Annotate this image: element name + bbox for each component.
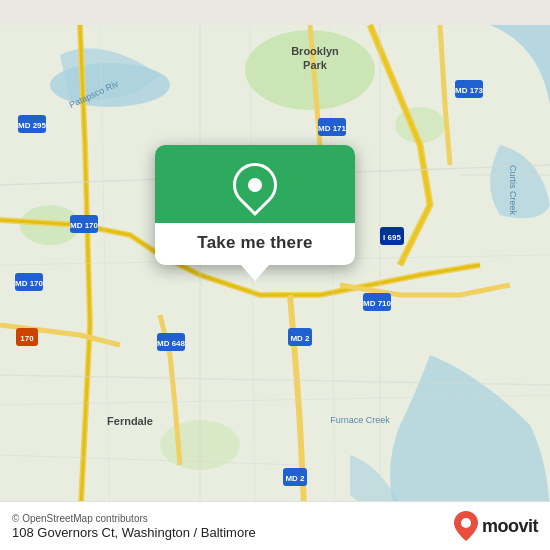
svg-text:MD 173: MD 173 xyxy=(455,86,484,95)
map-container: MD 295 MD 170 MD 170 MD 173 MD 171 I 695… xyxy=(0,0,550,550)
map-svg: MD 295 MD 170 MD 170 MD 173 MD 171 I 695… xyxy=(0,0,550,550)
svg-text:MD 295: MD 295 xyxy=(18,121,47,130)
svg-text:Ferndale: Ferndale xyxy=(107,415,153,427)
svg-point-35 xyxy=(461,518,471,528)
svg-text:MD 710: MD 710 xyxy=(363,299,392,308)
popup-button-area: Take me there xyxy=(155,223,355,265)
svg-text:MD 648: MD 648 xyxy=(157,339,186,348)
moovit-logo: moovit xyxy=(453,510,538,542)
svg-text:MD 170: MD 170 xyxy=(15,279,44,288)
popup-header xyxy=(155,145,355,223)
svg-text:Curtis Creek: Curtis Creek xyxy=(508,165,518,216)
address-label: 108 Governors Ct, Washington / Baltimore xyxy=(12,525,256,540)
location-pin-icon xyxy=(224,154,286,216)
svg-text:Brooklyn: Brooklyn xyxy=(291,45,339,57)
bottom-left: © OpenStreetMap contributors 108 Governo… xyxy=(12,513,256,540)
popup-pointer xyxy=(241,265,269,281)
svg-text:170: 170 xyxy=(20,334,34,343)
bottom-bar: © OpenStreetMap contributors 108 Governo… xyxy=(0,501,550,550)
osm-attribution: © OpenStreetMap contributors xyxy=(12,513,256,524)
svg-text:MD 2: MD 2 xyxy=(285,474,305,483)
svg-text:Park: Park xyxy=(303,59,328,71)
svg-text:MD 170: MD 170 xyxy=(70,221,99,230)
svg-text:MD 171: MD 171 xyxy=(318,124,347,133)
svg-text:Furnace Creek: Furnace Creek xyxy=(330,415,390,425)
popup-card: Take me there xyxy=(155,145,355,265)
take-me-there-button[interactable]: Take me there xyxy=(197,233,312,253)
moovit-pin-icon xyxy=(453,510,479,542)
moovit-brand-name: moovit xyxy=(482,516,538,537)
svg-text:I 695: I 695 xyxy=(383,233,401,242)
svg-text:MD 2: MD 2 xyxy=(290,334,310,343)
